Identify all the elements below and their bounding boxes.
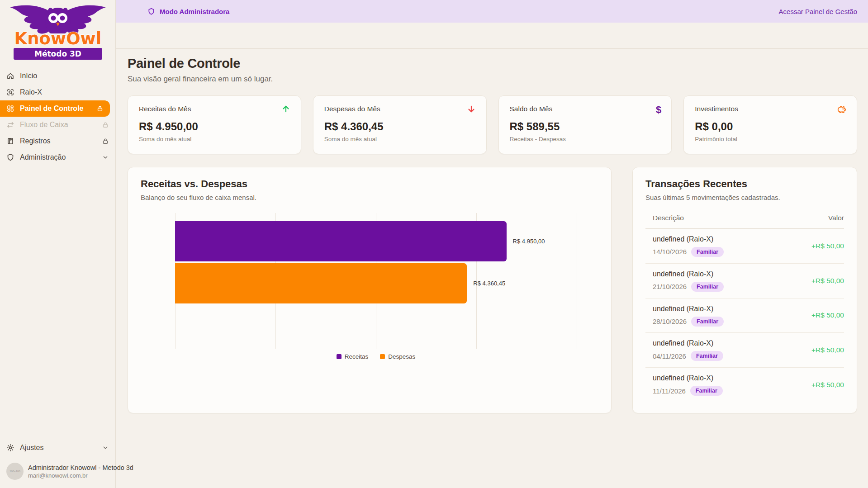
scan-search-icon [6, 88, 14, 96]
stat-card-despesas: Despesas do Mês R$ 4.360,45 Soma do mês … [313, 95, 487, 154]
svg-text:KnowOwl: KnowOwl [14, 29, 102, 48]
transaction-row[interactable]: undefined (Raio-X) 04/11/2026 Familiar +… [645, 333, 844, 368]
lower-row: Receitas vs. Despesas Balanço do seu flu… [128, 167, 857, 413]
transaction-date: 21/10/2026 [653, 283, 687, 290]
category-badge: Familiar [691, 282, 724, 292]
stat-label: Despesas do Mês [324, 105, 475, 113]
page-subtitle: Sua visão geral financeira em um só luga… [128, 75, 857, 84]
stat-card-receitas: Receitas do Mês R$ 4.950,00 Soma do mês … [128, 95, 301, 154]
transaction-sub: 04/11/2026 Familiar [653, 351, 723, 361]
owl-logo-icon: KnowOwl Método 3D [5, 3, 110, 61]
stat-value: R$ 4.950,00 [139, 120, 290, 133]
user-profile[interactable]: 100×100 Administrador Knowowl - Metodo 3… [0, 457, 115, 488]
stat-value: R$ 589,55 [510, 120, 661, 133]
legend-label: Despesas [388, 353, 415, 360]
shield-icon [6, 153, 14, 161]
svg-text:Método 3D: Método 3D [34, 49, 81, 58]
transaction-description: undefined (Raio-X) [653, 374, 723, 382]
transaction-date: 04/11/2026 [653, 352, 686, 360]
user-name: Administrador Knowowl - Metodo 3d [28, 464, 109, 471]
sidebar-item-label: Início [20, 72, 109, 80]
sidebar-item-fluxo-de-caixa[interactable]: Fluxo de Caixa [0, 117, 115, 133]
legend-item-despesas: Despesas [380, 353, 415, 360]
transaction-row[interactable]: undefined (Raio-X) 28/10/2026 Familiar +… [645, 298, 844, 333]
stat-caption: Patrimônio total [695, 136, 846, 142]
stat-card-investimentos: Investimentos R$ 0,00 Patrimônio total [683, 95, 857, 154]
legend-swatch-receitas [337, 354, 342, 359]
sidebar-item-administracao[interactable]: Administração [0, 149, 115, 166]
legend-label: Receitas [345, 353, 369, 360]
transaction-row[interactable]: undefined (Raio-X) 11/11/2026 Familiar +… [645, 368, 844, 402]
settings-label: Ajustes [20, 444, 96, 452]
sidebar-item-label: Fluxo de Caixa [20, 121, 96, 129]
category-badge: Familiar [691, 351, 723, 361]
bar-chart: R$ 4.950,00 R$ 4.360,45 [175, 213, 577, 349]
settings-toggle[interactable]: Ajustes [0, 439, 115, 457]
sidebar-item-inicio[interactable]: Início [0, 68, 115, 84]
sidebar-item-label: Registros [20, 137, 96, 145]
transaction-info: undefined (Raio-X) 11/11/2026 Familiar [653, 374, 723, 396]
admin-mode-banner: Modo Administradora Acessar Painel de Ge… [116, 0, 868, 23]
admin-mode-left: Modo Administradora [147, 8, 229, 15]
transactions-subtitle: Suas últimas 5 movimentações cadastradas… [645, 194, 844, 201]
bar-row-receitas: R$ 4.950,00 [175, 221, 577, 261]
transaction-info: undefined (Raio-X) 21/10/2026 Familiar [653, 270, 724, 292]
sidebar-spacer [0, 166, 115, 439]
bar-value-label: R$ 4.360,45 [473, 280, 505, 287]
sidebar-nav: Início Raio-X Painel de Controle Fluxo d… [0, 68, 115, 166]
sidebar-item-raio-x[interactable]: Raio-X [0, 84, 115, 100]
receitas-bar[interactable] [175, 221, 507, 261]
despesas-bar[interactable] [175, 263, 467, 303]
transaction-value: +R$ 50,00 [811, 242, 844, 250]
transaction-description: undefined (Raio-X) [653, 235, 724, 243]
category-badge: Familiar [691, 317, 724, 327]
sidebar-item-label: Administração [20, 153, 96, 161]
admin-mode-label: Modo Administradora [160, 8, 229, 15]
stat-label: Investimentos [695, 105, 846, 113]
transaction-info: undefined (Raio-X) 14/10/2026 Familiar [653, 235, 724, 257]
category-badge: Familiar [690, 386, 723, 396]
gridline [577, 213, 577, 349]
brand-logo[interactable]: KnowOwl Método 3D [0, 0, 115, 65]
chart-legend: Receitas Despesas [175, 353, 577, 360]
access-management-panel-link[interactable]: Acessar Painel de Gestão [779, 8, 857, 15]
lock-icon [96, 105, 104, 112]
transaction-value: +R$ 50,00 [811, 311, 844, 319]
arrow-down-icon [466, 104, 476, 114]
subheader-strip [116, 23, 868, 49]
transaction-row[interactable]: undefined (Raio-X) 14/10/2026 Familiar +… [645, 229, 844, 264]
transaction-description: undefined (Raio-X) [653, 305, 724, 313]
transactions-card: Transações Recentes Suas últimas 5 movim… [632, 167, 857, 413]
transaction-date: 28/10/2026 [653, 317, 687, 325]
sidebar-item-painel-de-controle[interactable]: Painel de Controle [0, 100, 110, 117]
sidebar-item-label: Painel de Controle [20, 104, 91, 113]
stat-value: R$ 0,00 [695, 120, 846, 133]
shield-icon [147, 8, 155, 15]
legend-item-receitas: Receitas [337, 353, 369, 360]
stat-card-saldo: Saldo do Mês $ R$ 589,55 Receitas - Desp… [498, 95, 672, 154]
stat-caption: Soma do mês atual [324, 136, 475, 142]
bar-row-despesas: R$ 4.360,45 [175, 263, 577, 303]
chevron-down-icon [102, 444, 109, 451]
dashboard-grid-icon [6, 104, 14, 113]
arrows-left-right-icon [6, 121, 14, 129]
home-icon [6, 72, 14, 80]
column-descricao: Descrição [653, 214, 684, 222]
transaction-sub: 11/11/2026 Familiar [653, 386, 723, 396]
transaction-sub: 28/10/2026 Familiar [653, 317, 724, 327]
column-valor: Valor [828, 214, 844, 222]
sidebar: KnowOwl Método 3D Início Raio-X Painel d… [0, 0, 116, 488]
sidebar-item-registros[interactable]: Registros [0, 133, 115, 149]
stat-caption: Receitas - Despesas [510, 136, 661, 142]
transactions-title: Transações Recentes [645, 178, 844, 190]
notebook-icon [6, 137, 14, 145]
chart-bars: R$ 4.950,00 R$ 4.360,45 [175, 221, 577, 305]
user-meta: Administrador Knowowl - Metodo 3d mari@k… [28, 464, 109, 479]
transaction-sub: 21/10/2026 Familiar [653, 282, 724, 292]
transaction-value: +R$ 50,00 [811, 381, 844, 389]
transaction-date: 14/10/2026 [653, 248, 687, 256]
lock-icon [102, 137, 109, 145]
stat-caption: Soma do mês atual [139, 136, 290, 142]
stats-row: Receitas do Mês R$ 4.950,00 Soma do mês … [128, 95, 857, 154]
transaction-row[interactable]: undefined (Raio-X) 21/10/2026 Familiar +… [645, 264, 844, 298]
